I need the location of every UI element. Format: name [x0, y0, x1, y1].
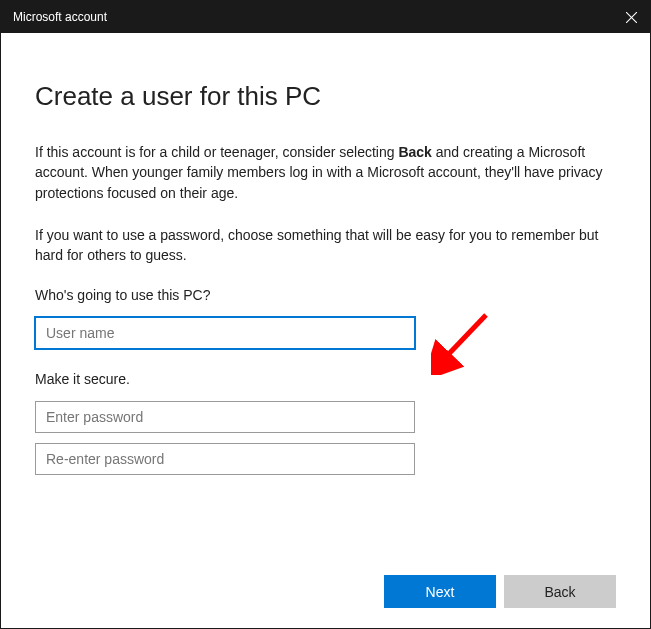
password-input[interactable] — [35, 401, 415, 433]
content-area: Create a user for this PC If this accoun… — [1, 33, 650, 628]
back-button[interactable]: Back — [504, 575, 616, 608]
username-input[interactable] — [35, 317, 415, 349]
titlebar: Microsoft account — [1, 1, 650, 33]
reenter-password-input[interactable] — [35, 443, 415, 475]
close-icon — [626, 12, 637, 23]
password-section-label: Make it secure. — [35, 371, 616, 387]
dialog-footer: Next Back — [384, 575, 616, 608]
username-label: Who's going to use this PC? — [35, 287, 616, 303]
page-heading: Create a user for this PC — [35, 81, 616, 112]
window-title: Microsoft account — [13, 10, 107, 24]
svg-line-3 — [443, 315, 486, 360]
intro-para1-pre: If this account is for a child or teenag… — [35, 144, 398, 160]
next-button[interactable]: Next — [384, 575, 496, 608]
close-button[interactable] — [624, 10, 638, 24]
dialog-window: Microsoft account Create a user for this… — [0, 0, 651, 629]
intro-para1-back: Back — [398, 144, 431, 160]
intro-paragraph-1: If this account is for a child or teenag… — [35, 142, 615, 203]
intro-paragraph-2: If you want to use a password, choose so… — [35, 225, 615, 266]
